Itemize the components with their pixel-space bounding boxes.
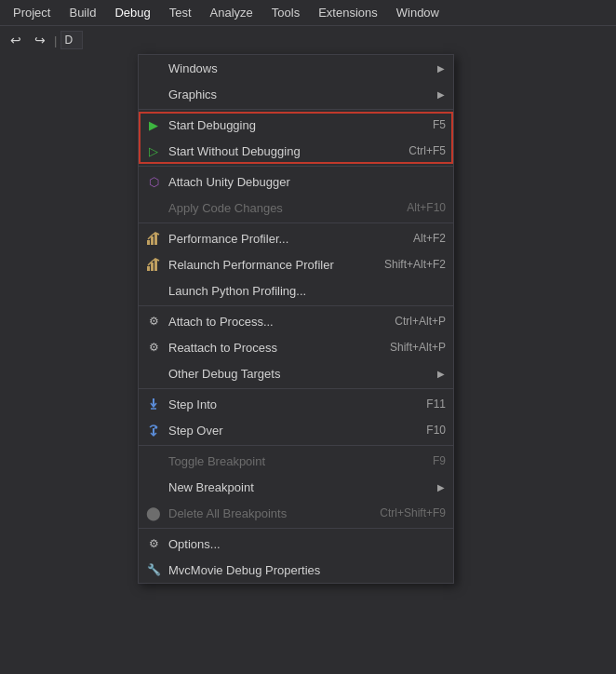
other-targets-submenu-arrow: ▶ xyxy=(436,369,446,379)
menubar-build[interactable]: Build xyxy=(60,0,105,25)
menubar-extensions[interactable]: Extensions xyxy=(309,0,387,25)
menu-item-attach-unity[interactable]: ⬡ Attach Unity Debugger xyxy=(139,168,453,195)
menu-item-new-breakpoint[interactable]: New Breakpoint ▶ xyxy=(139,474,453,500)
new-breakpoint-label: New Breakpoint xyxy=(168,480,436,494)
graphics-label: Graphics xyxy=(168,88,436,101)
undo-button[interactable]: ↩ xyxy=(6,30,26,50)
svg-rect-1 xyxy=(151,236,154,245)
options-label: Options... xyxy=(168,537,446,551)
menubar-analyze[interactable]: Analyze xyxy=(201,0,262,25)
windows-submenu-arrow: ▶ xyxy=(436,63,446,74)
attach-unity-label: Attach Unity Debugger xyxy=(168,175,446,189)
menu-item-start-debugging[interactable]: ▶ Start Debugging F5 xyxy=(139,112,453,138)
separator-1 xyxy=(139,109,453,110)
other-targets-icon xyxy=(144,364,163,383)
perf-profiler-shortcut: Alt+F2 xyxy=(413,232,446,245)
step-into-shortcut: F11 xyxy=(426,398,446,411)
attach-process-shortcut: Ctrl+Alt+P xyxy=(395,315,446,328)
svg-rect-4 xyxy=(151,263,154,271)
start-debugging-label: Start Debugging xyxy=(168,118,414,132)
toggle-breakpoint-label: Toggle Breakpoint xyxy=(168,454,414,468)
reattach-process-icon: ⚙ xyxy=(144,338,163,357)
reattach-process-label: Reattach to Process xyxy=(168,341,371,355)
launch-python-label: Launch Python Profiling... xyxy=(168,284,446,298)
svg-rect-5 xyxy=(154,260,157,271)
delete-breakpoints-shortcut: Ctrl+Shift+F9 xyxy=(380,506,446,519)
separator-3 xyxy=(139,222,453,223)
menu-item-attach-process[interactable]: ⚙ Attach to Process... Ctrl+Alt+P xyxy=(139,308,453,334)
options-icon: ⚙ xyxy=(144,534,163,553)
menubar-window[interactable]: Window xyxy=(387,0,449,25)
menu-item-mvc-debug[interactable]: 🔧 MvcMovie Debug Properties xyxy=(139,557,453,583)
start-debug-highlight-group: ▶ Start Debugging F5 ▷ Start Without Deb… xyxy=(139,112,453,164)
perf-profiler-icon xyxy=(144,229,163,248)
menu-item-toggle-breakpoint: Toggle Breakpoint F9 xyxy=(139,448,453,474)
menubar-test[interactable]: Test xyxy=(160,0,201,25)
start-without-debugging-icon: ▷ xyxy=(144,142,163,160)
delete-breakpoints-icon: ⬤ xyxy=(144,504,163,522)
start-debugging-shortcut: F5 xyxy=(433,118,446,131)
start-without-debugging-shortcut: Ctrl+F5 xyxy=(408,144,446,157)
mvc-debug-label: MvcMovie Debug Properties xyxy=(168,563,446,577)
svg-rect-2 xyxy=(154,234,157,245)
step-into-label: Step Into xyxy=(168,398,408,411)
delete-breakpoints-label: Delete All Breakpoints xyxy=(168,506,361,520)
separator-4 xyxy=(139,305,453,306)
menu-item-graphics[interactable]: Graphics ▶ xyxy=(139,81,453,107)
menu-item-step-over[interactable]: Step Over F10 xyxy=(139,417,453,443)
attach-process-icon: ⚙ xyxy=(144,312,163,330)
menu-item-windows[interactable]: Windows ▶ xyxy=(139,55,453,81)
attach-process-label: Attach to Process... xyxy=(168,315,376,329)
relaunch-perf-label: Relaunch Performance Profiler xyxy=(168,258,366,272)
launch-python-icon xyxy=(144,281,163,300)
start-without-debugging-label: Start Without Debugging xyxy=(168,144,390,158)
menu-item-relaunch-perf[interactable]: Relaunch Performance Profiler Shift+Alt+… xyxy=(139,251,453,277)
menu-item-perf-profiler[interactable]: Performance Profiler... Alt+F2 xyxy=(139,225,453,251)
svg-rect-0 xyxy=(147,240,150,245)
separator-2 xyxy=(139,166,453,167)
attach-unity-icon: ⬡ xyxy=(144,172,163,191)
new-breakpoint-submenu-arrow: ▶ xyxy=(436,482,446,492)
graphics-submenu-arrow: ▶ xyxy=(436,89,446,100)
menu-item-apply-code: Apply Code Changes Alt+F10 xyxy=(139,195,453,221)
menu-item-other-targets[interactable]: Other Debug Targets ▶ xyxy=(139,360,453,386)
start-debugging-icon: ▶ xyxy=(144,115,163,134)
apply-code-icon xyxy=(144,198,163,217)
separator-7 xyxy=(139,528,453,529)
toolbar: ↩ ↪ | xyxy=(0,26,616,54)
menubar: Project Build Debug Test Analyze Tools E… xyxy=(0,0,616,26)
reattach-process-shortcut: Shift+Alt+P xyxy=(390,341,446,354)
perf-profiler-label: Performance Profiler... xyxy=(168,232,395,246)
step-over-shortcut: F10 xyxy=(426,424,446,437)
menu-item-reattach-process[interactable]: ⚙ Reattach to Process Shift+Alt+P xyxy=(139,334,453,360)
separator-6 xyxy=(139,445,453,446)
relaunch-perf-icon xyxy=(144,255,163,274)
relaunch-perf-shortcut: Shift+Alt+F2 xyxy=(384,258,446,271)
step-into-icon xyxy=(144,395,163,413)
menubar-project[interactable]: Project xyxy=(4,0,60,25)
other-targets-label: Other Debug Targets xyxy=(168,367,436,381)
menu-item-options[interactable]: ⚙ Options... xyxy=(139,531,453,557)
apply-code-shortcut: Alt+F10 xyxy=(407,201,446,214)
toolbar-input[interactable] xyxy=(60,31,83,49)
toggle-breakpoint-shortcut: F9 xyxy=(433,454,446,467)
debug-dropdown-menu: Windows ▶ Graphics ▶ ▶ Start Debugging F… xyxy=(138,54,454,584)
mvc-debug-icon: 🔧 xyxy=(144,560,163,579)
menu-item-start-without-debugging[interactable]: ▷ Start Without Debugging Ctrl+F5 xyxy=(139,138,453,164)
svg-rect-3 xyxy=(147,266,150,271)
toggle-breakpoint-icon xyxy=(144,452,163,470)
menu-item-delete-breakpoints: ⬤ Delete All Breakpoints Ctrl+Shift+F9 xyxy=(139,500,453,526)
menubar-tools[interactable]: Tools xyxy=(262,0,309,25)
redo-button[interactable]: ↪ xyxy=(30,30,50,50)
step-over-icon xyxy=(144,421,163,439)
step-over-label: Step Over xyxy=(168,424,408,438)
menu-item-launch-python[interactable]: Launch Python Profiling... xyxy=(139,277,453,303)
separator-5 xyxy=(139,388,453,389)
windows-label: Windows xyxy=(168,61,436,75)
new-breakpoint-icon xyxy=(144,478,163,496)
apply-code-label: Apply Code Changes xyxy=(168,201,388,215)
graphics-icon xyxy=(144,85,163,103)
windows-icon xyxy=(144,59,163,77)
menu-item-step-into[interactable]: Step Into F11 xyxy=(139,391,453,417)
menubar-debug[interactable]: Debug xyxy=(105,0,159,25)
